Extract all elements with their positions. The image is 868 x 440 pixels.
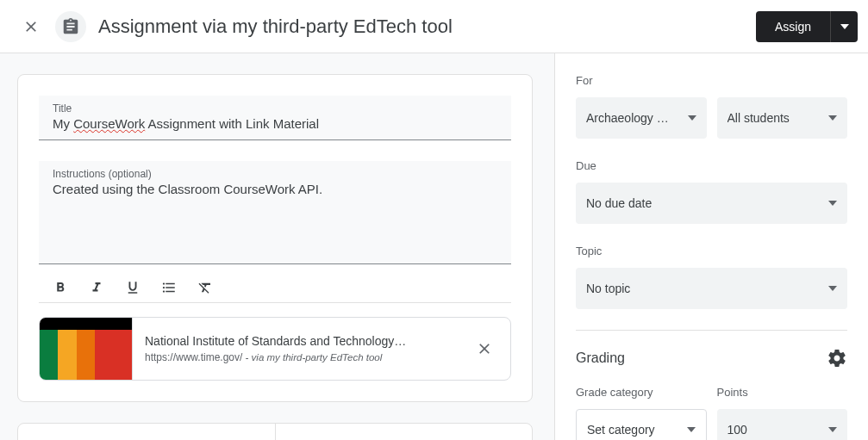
format-toolbar — [39, 264, 511, 303]
caret-down-icon — [840, 22, 849, 31]
instructions-field[interactable]: Instructions (optional) Created using th… — [39, 161, 511, 264]
underline-icon — [125, 280, 141, 295]
underline-button[interactable] — [118, 273, 147, 302]
caret-down-icon — [828, 114, 837, 122]
topic-label: Topic — [576, 245, 847, 257]
gear-icon — [827, 348, 847, 369]
caret-down-icon — [828, 284, 837, 293]
clear-format-button[interactable] — [190, 273, 220, 302]
attachment-body: National Institute of Standards and Tech… — [133, 327, 462, 370]
title-field[interactable]: Title My CourseWork Assignment with Link… — [39, 96, 511, 140]
close-button[interactable] — [10, 6, 52, 47]
divider — [576, 330, 847, 331]
topic-dropdown[interactable]: No topic — [576, 268, 847, 309]
students-dropdown[interactable]: All students — [717, 97, 848, 139]
attachment-title: National Institute of Standards and Tech… — [145, 334, 450, 348]
bottom-card — [17, 423, 533, 440]
bullet-list-button[interactable] — [154, 273, 184, 302]
instructions-label: Instructions (optional) — [53, 168, 497, 180]
assignment-icon — [55, 11, 86, 42]
assign-dropdown-button[interactable] — [830, 11, 858, 42]
list-icon — [161, 280, 177, 295]
instructions-value: Created using the Classroom CourseWork A… — [53, 182, 497, 196]
caret-down-icon — [828, 425, 837, 434]
attachment-thumbnail — [40, 318, 133, 380]
attachment-card[interactable]: National Institute of Standards and Tech… — [39, 317, 511, 381]
grade-category-label: Grade category — [576, 386, 707, 399]
grading-settings-button[interactable] — [827, 348, 847, 369]
main-panel: Title My CourseWork Assignment with Link… — [0, 53, 555, 440]
points-dropdown[interactable]: 100 — [717, 409, 848, 440]
bold-icon — [53, 280, 68, 295]
bold-button[interactable] — [46, 273, 75, 302]
due-date-dropdown[interactable]: No due date — [576, 183, 847, 224]
sidebar: For Archaeology … All students Due No du… — [555, 53, 868, 440]
italic-button[interactable] — [82, 273, 111, 302]
close-icon — [476, 340, 493, 357]
due-label: Due — [576, 159, 847, 172]
italic-icon — [89, 280, 104, 295]
grading-title: Grading — [576, 350, 625, 366]
class-dropdown[interactable]: Archaeology … — [576, 97, 707, 139]
points-label: Points — [717, 386, 848, 399]
caret-down-icon — [687, 425, 696, 434]
for-label: For — [576, 74, 847, 87]
assignment-card: Title My CourseWork Assignment with Link… — [17, 74, 533, 402]
page-title: Assignment via my third-party EdTech too… — [98, 15, 756, 38]
caret-down-icon — [688, 114, 696, 122]
attachment-url: https://www.time.gov/ - via my third-par… — [145, 351, 450, 363]
attachment-remove-button[interactable] — [462, 326, 507, 371]
clear-format-icon — [197, 280, 213, 295]
grade-category-dropdown[interactable]: Set category — [576, 409, 707, 440]
caret-down-icon — [828, 199, 837, 208]
close-icon — [22, 18, 40, 35]
title-value: My CourseWork Assignment with Link Mater… — [53, 116, 497, 131]
title-label: Title — [53, 102, 497, 115]
assign-button[interactable]: Assign — [756, 11, 830, 42]
